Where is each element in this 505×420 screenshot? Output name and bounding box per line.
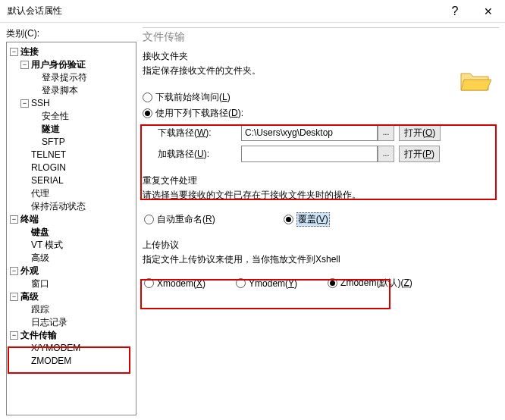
collapse-icon[interactable]: − xyxy=(10,293,18,301)
tree-keyboard[interactable]: 键盘 xyxy=(31,226,49,239)
radio-icon xyxy=(143,92,152,102)
tree-trace[interactable]: 跟踪 xyxy=(31,303,49,316)
tree-rlogin[interactable]: RLOGIN xyxy=(31,161,66,174)
tree-ssh[interactable]: SSH xyxy=(31,97,50,110)
collapse-icon[interactable]: − xyxy=(20,61,29,69)
recv-folder-heading: 接收文件夹 xyxy=(143,50,499,63)
radio-icon xyxy=(144,215,154,224)
collapse-icon[interactable]: − xyxy=(10,215,18,224)
category-label: 类别(C): xyxy=(6,27,136,40)
tree-telnet[interactable]: TELNET xyxy=(31,149,66,161)
radio-overwrite[interactable]: 覆盖(V) xyxy=(284,212,330,227)
tree-terminal[interactable]: 终端 xyxy=(20,213,39,226)
tree-filexfer[interactable]: 文件传输 xyxy=(20,329,57,342)
close-button[interactable]: ✕ xyxy=(472,0,505,22)
window-title: 默认会话属性 xyxy=(8,5,438,17)
tree-serial[interactable]: SERIAL xyxy=(31,174,64,187)
recv-folder-sub: 指定保存接收文件的文件夹。 xyxy=(143,64,499,77)
upload-sub: 指定文件上传协议来使用，当你拖放文件到Xshell xyxy=(143,253,499,266)
tree-keepalive[interactable]: 保持活动状态 xyxy=(31,200,86,213)
highlight-frame xyxy=(140,124,497,200)
highlight-frame xyxy=(140,279,391,309)
tree-logging[interactable]: 日志记录 xyxy=(31,316,67,329)
radio-icon xyxy=(143,108,152,118)
tree-vt[interactable]: VT 模式 xyxy=(31,239,63,252)
upload-heading: 上传协议 xyxy=(143,239,499,252)
highlight-frame xyxy=(8,346,130,374)
collapse-icon[interactable]: − xyxy=(10,331,18,340)
collapse-icon[interactable]: − xyxy=(10,48,18,56)
collapse-icon[interactable]: − xyxy=(20,99,29,108)
help-button[interactable]: ? xyxy=(438,0,472,22)
radio-use-path[interactable]: 使用下列下载路径(D): xyxy=(143,107,499,120)
tree-tunnel[interactable]: 隧道 xyxy=(42,123,60,136)
tree-window[interactable]: 窗口 xyxy=(31,277,49,290)
tree-conn[interactable]: 连接 xyxy=(20,45,39,58)
radio-auto-rename[interactable]: 自动重命名(R) xyxy=(144,212,215,227)
collapse-icon[interactable]: − xyxy=(10,267,18,275)
radio-icon xyxy=(284,215,293,224)
title-bar: 默认会话属性 ? ✕ xyxy=(0,0,505,23)
tree-security[interactable]: 安全性 xyxy=(42,110,69,123)
tree-auth[interactable]: 用户身份验证 xyxy=(31,58,86,71)
tree-advanced[interactable]: 高级 xyxy=(31,252,49,265)
tree-sftp[interactable]: SFTP xyxy=(42,136,65,149)
tree-advanced2[interactable]: 高级 xyxy=(20,290,39,303)
tree-appearance[interactable]: 外观 xyxy=(20,265,39,277)
tree-proxy[interactable]: 代理 xyxy=(31,187,49,200)
tree-login-script[interactable]: 登录脚本 xyxy=(42,84,78,97)
tree-login-prompt[interactable]: 登录提示符 xyxy=(42,71,87,84)
folder-icon xyxy=(460,69,491,96)
panel-title: 文件传输 xyxy=(143,30,499,44)
radio-always-ask[interactable]: 下载前始终询问(L) xyxy=(143,91,499,104)
